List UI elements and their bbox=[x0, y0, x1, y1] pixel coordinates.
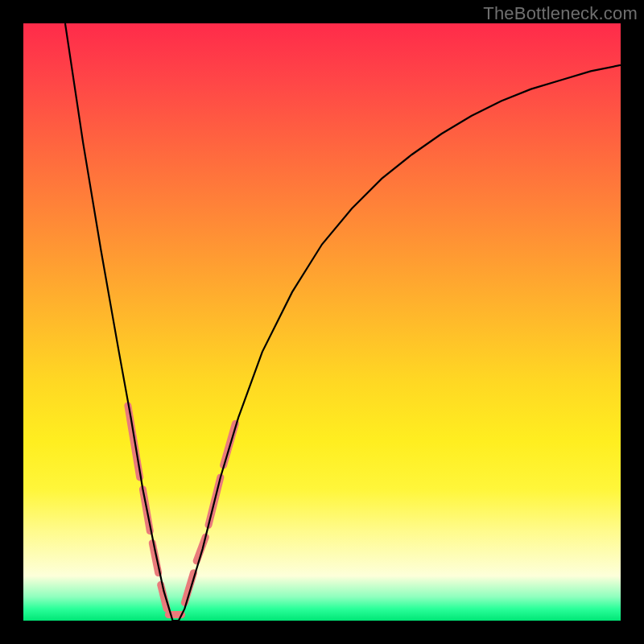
highlight-dash bbox=[184, 573, 193, 603]
chart-frame: TheBottleneck.com bbox=[0, 0, 644, 644]
highlight-markers bbox=[128, 406, 236, 615]
watermark-text: TheBottleneck.com bbox=[483, 3, 638, 24]
highlight-dash bbox=[128, 406, 140, 477]
chart-svg bbox=[23, 23, 621, 621]
chart-plot-area bbox=[23, 23, 621, 621]
